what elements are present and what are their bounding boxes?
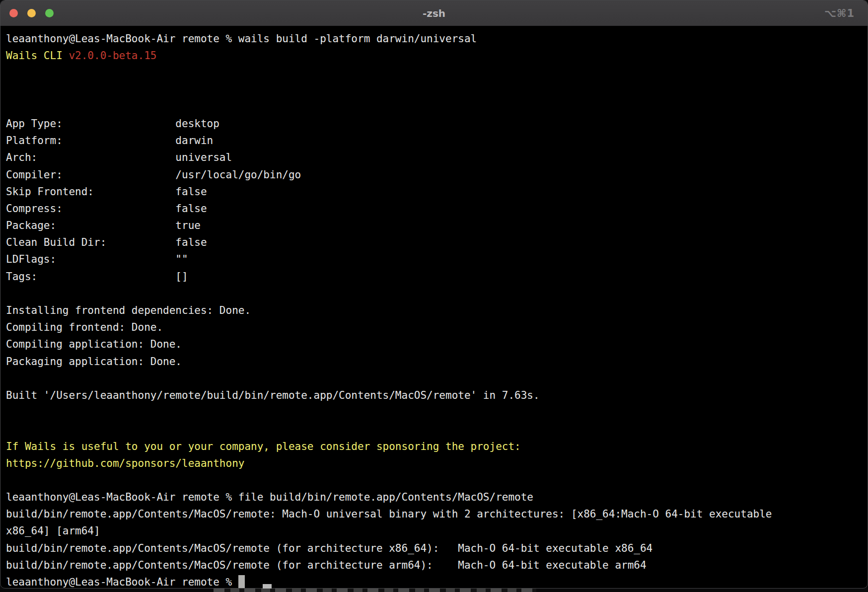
terminal-text-segment: build/bin/remote.app/Contents/MacOS/remo… <box>6 542 652 554</box>
terminal-line: build/bin/remote.app/Contents/MacOS/remo… <box>6 540 862 557</box>
background-window-tab <box>263 584 272 589</box>
terminal-text-segment: Package: true <box>6 220 201 231</box>
terminal-text-segment: Installing frontend dependencies: Done. <box>6 304 251 316</box>
block-cursor <box>238 575 245 588</box>
terminal-line <box>6 81 862 98</box>
terminal-text-segment: leaanthony@Leas-MacBook-Air remote % <box>6 576 238 588</box>
terminal-line: Skip Frontend: false <box>6 183 862 200</box>
terminal-line: App Type: desktop <box>6 115 862 132</box>
window-title: -zsh <box>423 7 445 19</box>
terminal-text-segment: Compiling frontend: Done. <box>6 321 163 333</box>
terminal-line: Compiling application: Done. <box>6 336 862 353</box>
terminal-line: Installing frontend dependencies: Done. <box>6 302 862 319</box>
zoom-button[interactable] <box>45 9 54 17</box>
minimize-button[interactable] <box>27 9 36 17</box>
terminal-line <box>6 404 862 421</box>
terminal-line: Compiling frontend: Done. <box>6 319 862 336</box>
terminal-text-segment: If Wails is useful to you or your compan… <box>6 441 521 452</box>
close-button[interactable] <box>9 9 18 17</box>
terminal-text-segment: Compiler: /usr/local/go/bin/go <box>6 169 301 181</box>
terminal-line: leaanthony@Leas-MacBook-Air remote % <box>6 574 862 588</box>
terminal-text-segment: build/bin/remote.app/Contents/MacOS/remo… <box>6 508 772 520</box>
terminal-text-segment: leaanthony@Leas-MacBook-Air remote % wai… <box>6 33 477 45</box>
terminal-line: Tags: [] <box>6 268 862 285</box>
terminal-text-segment: Built '/Users/leaanthony/remote/build/bi… <box>6 389 540 401</box>
terminal-text-segment: v2.0.0-beta.15 <box>69 50 156 62</box>
terminal-text-segment: LDFlags: "" <box>6 253 188 265</box>
terminal-line: Wails CLI v2.0.0-beta.15 <box>6 47 862 64</box>
terminal-line <box>6 285 862 302</box>
terminal-text-segment: App Type: desktop <box>6 118 219 130</box>
terminal-line: LDFlags: "" <box>6 251 862 268</box>
terminal-line <box>6 421 862 438</box>
terminal-text-segment: x86_64] [arm64] <box>6 525 100 537</box>
background-window-sliver <box>214 589 536 592</box>
terminal-line: If Wails is useful to you or your compan… <box>6 438 862 455</box>
terminal-text-segment: Compress: false <box>6 203 207 215</box>
terminal-line: build/bin/remote.app/Contents/MacOS/remo… <box>6 506 862 522</box>
terminal-line: x86_64] [arm64] <box>6 522 862 539</box>
terminal-text-segment: leaanthony@Leas-MacBook-Air remote % fil… <box>6 491 533 503</box>
terminal-text-segment: Packaging application: Done. <box>6 356 182 368</box>
terminal-text-segment: https://github.com/sponsors/leaanthony <box>6 457 244 469</box>
terminal-window: -zsh ⌥⌘1 leaanthony@Leas-MacBook-Air rem… <box>0 0 868 589</box>
terminal-line: leaanthony@Leas-MacBook-Air remote % fil… <box>6 489 862 506</box>
terminal-line: leaanthony@Leas-MacBook-Air remote % wai… <box>6 30 862 47</box>
terminal-text-segment: Compiling application: Done. <box>6 338 182 350</box>
traffic-lights <box>9 0 54 26</box>
terminal-line <box>6 472 862 489</box>
terminal-text-segment: Wails CLI <box>6 50 69 62</box>
terminal-line: build/bin/remote.app/Contents/MacOS/remo… <box>6 557 862 574</box>
terminal-line <box>6 370 862 387</box>
terminal-text-segment: Skip Frontend: false <box>6 186 207 198</box>
terminal-line: Package: true <box>6 217 862 234</box>
terminal-line: Platform: darwin <box>6 132 862 149</box>
terminal-line: Clean Build Dir: false <box>6 234 862 251</box>
terminal-text-segment: Clean Build Dir: false <box>6 236 207 248</box>
terminal-line: https://github.com/sponsors/leaanthony <box>6 455 862 472</box>
terminal-line <box>6 64 862 81</box>
terminal-line: Built '/Users/leaanthony/remote/build/bi… <box>6 387 862 404</box>
terminal-text-segment: Arch: universal <box>6 151 232 163</box>
terminal-line: Arch: universal <box>6 149 862 166</box>
terminal-line: Compress: false <box>6 200 862 217</box>
terminal-text-segment: build/bin/remote.app/Contents/MacOS/remo… <box>6 559 647 571</box>
titlebar[interactable]: -zsh ⌥⌘1 <box>0 0 868 26</box>
terminal-line: Compiler: /usr/local/go/bin/go <box>6 166 862 183</box>
terminal-line: Packaging application: Done. <box>6 353 862 370</box>
terminal-line <box>6 98 862 115</box>
terminal-text-segment: Tags: [] <box>6 271 188 283</box>
terminal-text-segment: Platform: darwin <box>6 135 213 147</box>
tab-shortcut-badge: ⌥⌘1 <box>824 7 855 19</box>
terminal-screen[interactable]: leaanthony@Leas-MacBook-Air remote % wai… <box>0 26 868 588</box>
